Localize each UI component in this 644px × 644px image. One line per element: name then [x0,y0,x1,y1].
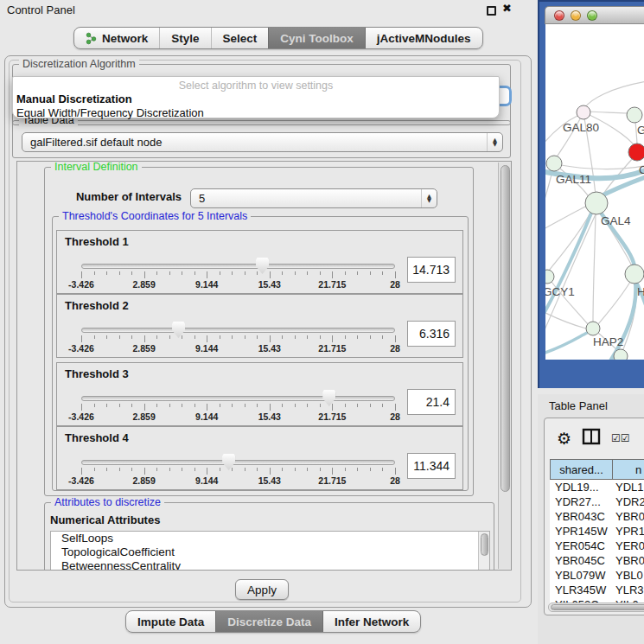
tick [382,468,383,471]
attributes-items: SelfLoopsTopologicalCoefficientBetweenne… [51,532,489,571]
checkbox-icons[interactable]: ☑☑ [611,432,630,444]
bottom-tab-impute-data[interactable]: Impute Data [126,611,215,632]
attribute-item-topologicalcoefficient[interactable]: TopologicalCoefficient [51,545,489,559]
scale-label: 9.144 [195,475,218,486]
tab-style[interactable]: Style [159,28,210,48]
attributes-scrollbar-thumb[interactable] [481,533,488,556]
attribute-item-selfloops[interactable]: SelfLoops [51,532,489,545]
table-horizontal-scrollbar[interactable] [548,603,644,612]
network-edge-thick[interactable] [545,333,587,354]
minimize-traffic-light-icon[interactable] [571,10,581,21]
network-node-c[interactable] [628,143,644,161]
table-row[interactable]: YDR27...YDR2 [550,494,644,509]
cyni-bottom-tabbar: Impute DataDiscretize DataInfer Network [125,610,421,633]
algorithm-option-manual-discretization[interactable]: Manual Discretization [13,92,499,105]
cell-name: YER0 [613,539,644,552]
tick [94,335,95,339]
table-row[interactable]: YER054CYER0 [550,539,644,553]
network-edge[interactable] [556,112,583,158]
threshold-row-4: -3.4262.8599.14415.4321.7152811.344 [57,446,462,488]
combo-stepper-icon[interactable]: ▲▼ [487,133,502,151]
network-node-gcy1[interactable] [545,270,554,284]
slider-track[interactable] [81,264,395,269]
table-panel-title: Table Panel [549,399,608,412]
network-edge[interactable] [590,112,628,113]
tick [81,271,82,278]
network-node-ga[interactable] [627,107,642,123]
tick [357,335,358,339]
tab-network[interactable]: Network [74,28,159,48]
table-hscrollbar-thumb[interactable] [551,604,644,610]
tab-jactivemnodules[interactable]: jActiveMNodules [365,28,482,48]
network-node-gal4[interactable] [585,192,608,214]
network-window-titlebar[interactable] [545,6,644,24]
table-row[interactable]: YBL079WYBL0 [550,568,644,583]
network-node-hap2[interactable] [586,322,600,335]
close-icon[interactable]: ✖ [502,2,512,15]
table-row[interactable]: YBR043CYBR0 [550,509,644,524]
apply-button[interactable]: Apply [235,579,289,600]
bottom-tab-discretize-data[interactable]: Discretize Data [215,611,322,632]
table-row[interactable]: YPR145WYPR1 [550,524,644,539]
network-node-gal11[interactable] [546,156,562,171]
close-traffic-light-icon[interactable] [554,10,564,21]
table-data-combobox[interactable]: galFiltered.sif default node ▲▼ [22,132,503,152]
attribute-item-betweennesscentrality[interactable]: BetweennessCentrality [51,559,489,571]
tick [307,271,308,275]
gear-icon[interactable]: ⚙ [557,429,571,448]
threshold-label-3: Threshold 3 [57,363,462,380]
attributes-scrollbar[interactable] [478,532,489,571]
slider-track[interactable] [81,396,395,401]
settings-scrollbar-thumb[interactable] [501,165,510,492]
cell-name: YBL0 [613,569,643,582]
tick [182,404,182,407]
table-row[interactable]: YDL19...YDL1 [550,480,644,494]
network-node-gal80[interactable] [577,105,590,119]
tick [282,468,283,471]
tick [345,335,346,339]
slider-track[interactable] [81,460,395,465]
settings-vertical-scrollbar[interactable] [498,163,512,569]
column-header-name[interactable]: n [613,459,644,480]
table-row[interactable]: YLR345WYLR3 [550,583,644,597]
cell-name: YPR1 [613,525,644,538]
network-edge[interactable] [545,206,587,230]
float-window-icon[interactable] [487,6,496,16]
column-header-shared-name[interactable]: shared... [550,459,613,480]
number-of-intervals-spinner[interactable]: 5 ▲▼ [190,188,437,208]
network-edge[interactable] [585,81,644,107]
network-edge[interactable] [561,165,644,169]
slider-track[interactable] [81,328,395,333]
network-canvas[interactable]: GAL80GACGAL11GAL4GCY1HHAP2 [545,24,644,360]
network-node-h[interactable] [625,265,644,284]
bottom-tab-infer-network[interactable]: Infer Network [322,611,420,632]
threshold-value-input-1[interactable]: 14.713 [407,257,456,283]
threshold-value-input-3[interactable]: 21.4 [407,389,456,415]
threshold-slider-1: -3.4262.8599.14415.4321.71528 [81,255,395,290]
split-pane-icon[interactable] [582,428,601,449]
network-node[interactable] [614,349,628,360]
scale-label: 21.715 [318,279,346,290]
network-edge[interactable] [545,171,552,207]
tick [270,335,271,342]
table-row[interactable]: YBR045CYBR0 [550,553,644,568]
tick [182,335,182,339]
network-edge[interactable] [593,214,596,322]
algorithm-option-equal-width-frequency[interactable]: Equal Width/Frequency Discretization [13,105,499,119]
node-table: shared...n YDL19...YDL1YDR27...YDR2YBR04… [550,459,644,604]
threshold-label-4: Threshold 4 [57,427,462,444]
zoom-traffic-light-icon[interactable] [587,10,597,21]
threshold-value-input-2[interactable]: 6.316 [407,321,456,347]
network-edge[interactable] [598,282,630,324]
tab-select-label: Select [223,32,258,45]
tab-cyni-toolbox[interactable]: Cyni Toolbox [268,28,365,48]
tick [282,271,283,275]
tick [395,404,396,411]
tick [207,404,207,411]
bottom-tab-infer-network-label: Infer Network [335,615,409,628]
threshold-value-input-4[interactable]: 11.344 [407,453,456,479]
spinner-stepper-icon[interactable]: ▲▼ [421,189,437,207]
slider-ticks [81,404,395,411]
tick [119,404,120,407]
tab-select[interactable]: Select [211,28,269,48]
